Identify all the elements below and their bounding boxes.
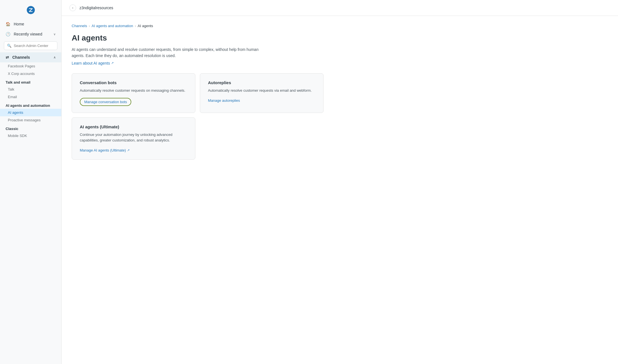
search-container: 🔍: [4, 41, 57, 50]
external-link-icon: ↗: [111, 61, 114, 65]
external-link-icon-ultimate: ↗: [127, 148, 130, 152]
page-description: AI agents can understand and resolve cus…: [72, 46, 262, 59]
breadcrumb: Channels › AI agents and automation › AI…: [72, 24, 608, 28]
sidebar: 🏠 Home 🕐 Recently viewed ∨ 🔍 ⇄ Channels …: [0, 0, 62, 364]
main-area: ‹ z3ndigitalresources Channels › AI agen…: [62, 0, 618, 364]
breadcrumb-sep-2: ›: [135, 24, 136, 28]
sidebar-section-classic: Classic: [0, 124, 61, 132]
sidebar-item-email[interactable]: Email: [0, 93, 61, 101]
channels-icon: ⇄: [6, 55, 9, 60]
account-name: z3ndigitalresources: [79, 6, 113, 10]
collapse-sidebar-button[interactable]: ‹: [69, 4, 76, 11]
sidebar-item-recently-viewed-label: Recently viewed: [14, 32, 42, 36]
sidebar-item-proactive-messages[interactable]: Proactive messages: [0, 116, 61, 124]
manage-conversation-bots-link[interactable]: Manage conversation bots: [80, 98, 131, 106]
sidebar-item-mobile-sdk[interactable]: Mobile SDK: [0, 132, 61, 140]
sidebar-item-home[interactable]: 🏠 Home: [0, 19, 61, 29]
chevron-down-icon: ∨: [53, 32, 56, 36]
search-icon: 🔍: [7, 44, 11, 48]
sidebar-item-talk[interactable]: Talk: [0, 86, 61, 93]
manage-ai-agents-ultimate-link[interactable]: Manage AI agents (Ultimate) ↗: [80, 148, 130, 152]
collapse-icon: ‹: [72, 6, 73, 10]
top-bar: ‹ z3ndigitalresources: [62, 0, 618, 16]
card-ai-agents-ultimate: AI agents (Ultimate) Continue your autom…: [72, 117, 195, 160]
content-area: Channels › AI agents and automation › AI…: [62, 16, 618, 364]
search-input[interactable]: [14, 44, 54, 48]
sidebar-item-facebook-pages[interactable]: Facebook Pages: [0, 62, 61, 70]
card-conversation-bots-desc: Automatically resolve customer requests …: [80, 88, 187, 93]
card-conversation-bots-title: Conversation bots: [80, 80, 187, 85]
clock-icon: 🕐: [6, 32, 10, 36]
sidebar-section-channels[interactable]: ⇄ Channels ∧: [0, 52, 61, 62]
card-autoreplies-desc: Automatically resolve customer requests …: [208, 88, 315, 93]
card-autoreplies-title: Autoreplies: [208, 80, 315, 85]
channels-label: Channels: [12, 55, 30, 60]
sidebar-item-home-label: Home: [14, 22, 24, 26]
card-conversation-bots: Conversation bots Automatically resolve …: [72, 73, 195, 113]
learn-about-ai-agents-link[interactable]: Learn about AI agents ↗: [72, 61, 114, 65]
home-icon: 🏠: [6, 22, 10, 26]
sidebar-section-talk-email: Talk and email: [0, 77, 61, 86]
manage-autoreplies-link[interactable]: Manage autoreplies: [208, 98, 240, 103]
chevron-up-icon: ∧: [53, 56, 56, 59]
sidebar-item-recently-viewed[interactable]: 🕐 Recently viewed ∨: [0, 29, 61, 39]
logo: [0, 0, 61, 19]
page-title: AI agents: [72, 34, 608, 42]
cards-grid: Conversation bots Automatically resolve …: [72, 73, 324, 160]
card-ai-agents-ultimate-desc: Continue your automation journey by unlo…: [80, 132, 187, 143]
breadcrumb-item-channels[interactable]: Channels: [72, 24, 87, 28]
breadcrumb-item-current: AI agents: [138, 24, 153, 28]
sidebar-section-ai-agents: AI agents and automation: [0, 101, 61, 109]
breadcrumb-sep-1: ›: [89, 24, 90, 28]
sidebar-item-ai-agents[interactable]: AI agents: [0, 109, 61, 116]
card-ai-agents-ultimate-title: AI agents (Ultimate): [80, 124, 187, 129]
sidebar-item-x-corp-accounts[interactable]: X Corp accounts: [0, 70, 61, 77]
card-autoreplies: Autoreplies Automatically resolve custom…: [200, 73, 324, 113]
breadcrumb-item-ai-agents-automation[interactable]: AI agents and automation: [92, 24, 133, 28]
